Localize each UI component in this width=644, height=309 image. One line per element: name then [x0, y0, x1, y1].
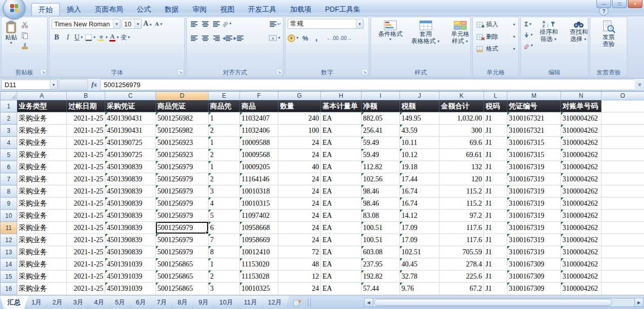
minimize-button[interactable]: — — [596, 0, 611, 8]
cell-F6[interactable]: 10009205 — [240, 161, 278, 173]
cell-N1[interactable]: 对账单号码 — [561, 100, 601, 112]
row-header-3[interactable]: 3 — [1, 125, 17, 137]
row-header-2[interactable]: 2 — [1, 112, 17, 125]
cell-K11[interactable]: 117.6 — [439, 222, 484, 234]
cell-L4[interactable]: J1 — [484, 137, 507, 149]
ribbon-tab-加载项[interactable]: 加载项 — [284, 3, 318, 15]
cell-C4[interactable]: 4501390725 — [105, 137, 156, 149]
cell-C14[interactable]: 4501391039 — [105, 258, 156, 271]
cell-G15[interactable]: 12 — [278, 271, 321, 283]
accounting-format-button[interactable]: ¥▼ — [288, 33, 299, 43]
ribbon-tab-PDF工具集[interactable]: PDF工具集 — [318, 3, 367, 15]
cell-K7[interactable]: 120 — [439, 173, 484, 185]
cell-L10[interactable]: J1 — [484, 210, 507, 222]
row-header-10[interactable]: 10 — [1, 210, 17, 222]
cell-M8[interactable]: 3100167319 — [507, 185, 561, 198]
cell-G9[interactable]: 24 — [278, 198, 321, 210]
row-header-8[interactable]: 8 — [1, 185, 17, 198]
cell-I9[interactable]: 98.46 — [361, 198, 400, 210]
cell-L3[interactable]: J1 — [484, 125, 507, 137]
italic-button[interactable]: I — [63, 32, 73, 43]
cell-J9[interactable]: 16.74 — [400, 198, 439, 210]
cell-I8[interactable]: 98.46 — [361, 185, 400, 198]
row-header-1[interactable]: 1 — [1, 100, 17, 112]
ribbon-tab-插入[interactable]: 插入 — [60, 3, 88, 15]
cell-O5[interactable] — [601, 149, 644, 161]
cell-A9[interactable]: 采购业务 — [17, 198, 67, 210]
cell-B11[interactable]: 2021-1-25 — [67, 222, 105, 234]
ribbon-tab-视图[interactable]: 视图 — [214, 3, 241, 15]
cell-I13[interactable]: 603.08 — [361, 246, 400, 258]
cell-I4[interactable]: 59.49 — [361, 137, 400, 149]
cell-M3[interactable]: 3100167321 — [507, 125, 561, 137]
shrink-font-button[interactable]: A▼ — [154, 19, 164, 29]
cell-I1[interactable]: 净额 — [361, 100, 400, 112]
cell-F8[interactable]: 10010318 — [240, 185, 278, 198]
cell-H1[interactable]: 基本计量单 — [321, 100, 361, 112]
cell-I7[interactable]: 102.56 — [361, 173, 400, 185]
cell-G1[interactable]: 数量 — [278, 100, 321, 112]
cell-L13[interactable]: J1 — [484, 246, 507, 258]
cell-O8[interactable] — [601, 185, 644, 198]
cell-M13[interactable]: 3100167319 — [507, 246, 561, 258]
cell-O3[interactable] — [601, 125, 644, 137]
cell-D10[interactable]: 5001256979 — [156, 210, 209, 222]
cell-C13[interactable]: 4501390839 — [105, 246, 156, 258]
cell-H10[interactable]: EA — [321, 210, 361, 222]
cell-L2[interactable]: J1 — [484, 112, 507, 125]
insert-worksheet-button[interactable] — [290, 296, 306, 308]
cell-F7[interactable]: 11164146 — [240, 173, 278, 185]
conditional-formatting-button[interactable]: 条件格式 ▼ — [373, 19, 408, 42]
cell-C3[interactable]: 4501390431 — [105, 125, 156, 137]
scroll-left-arrow[interactable]: ◀ — [364, 298, 373, 307]
cell-I14[interactable]: 237.95 — [361, 258, 400, 271]
cell-G12[interactable]: 24 — [278, 234, 321, 246]
cell-O15[interactable] — [601, 271, 644, 283]
increase-indent-button[interactable]: ▶ — [233, 33, 244, 43]
cell-M7[interactable]: 3100167319 — [507, 173, 561, 185]
cell-C16[interactable]: 4501391039 — [105, 283, 156, 295]
cell-D12[interactable]: 5001256979 — [156, 234, 209, 246]
number-format-combo[interactable]: 常规 ▼ — [288, 19, 364, 29]
cell-G8[interactable]: 24 — [278, 185, 321, 198]
cell-D16[interactable]: 5001256865 — [156, 283, 209, 295]
align-top-button[interactable] — [189, 19, 199, 29]
cell-N12[interactable]: 3100004262 — [561, 234, 601, 246]
cell-F9[interactable]: 10010315 — [240, 198, 278, 210]
cell-J1[interactable]: 税额 — [400, 100, 439, 112]
cell-G13[interactable]: 72 — [278, 246, 321, 258]
cell-M11[interactable]: 3100167319 — [507, 222, 561, 234]
row-header-4[interactable]: 4 — [1, 137, 17, 149]
cell-H3[interactable]: EA — [321, 125, 361, 137]
insert-cells-button[interactable]: 插入 ▼ — [475, 19, 517, 30]
cell-L12[interactable]: J1 — [484, 234, 507, 246]
cell-B9[interactable]: 2021-1-25 — [67, 198, 105, 210]
align-middle-button[interactable] — [200, 19, 210, 29]
row-header-5[interactable]: 5 — [1, 149, 17, 161]
cell-H16[interactable]: EA — [321, 283, 361, 295]
ribbon-tab-审阅[interactable]: 审阅 — [186, 3, 213, 15]
cell-K14[interactable]: 278.4 — [439, 258, 484, 271]
cell-D3[interactable]: 5001256982 — [156, 125, 209, 137]
cell-G10[interactable]: 24 — [278, 210, 321, 222]
ribbon-tab-公式[interactable]: 公式 — [130, 3, 157, 15]
cell-I12[interactable]: 100.51 — [361, 234, 400, 246]
cell-B2[interactable]: 2021-1-25 — [67, 112, 105, 125]
cell-J4[interactable]: 10.11 — [400, 137, 439, 149]
cell-M2[interactable]: 3100167321 — [507, 112, 561, 125]
fill-color-button[interactable]: ▼ — [97, 32, 108, 43]
cell-N13[interactable]: 3100004262 — [561, 246, 601, 258]
cell-F4[interactable]: 10009588 — [240, 137, 278, 149]
cell-E11[interactable]: 6 — [209, 222, 240, 234]
cell-M1[interactable]: 凭证编号 — [507, 100, 561, 112]
cell-O10[interactable] — [601, 210, 644, 222]
cell-N5[interactable]: 3100004262 — [561, 149, 601, 161]
cell-M16[interactable]: 3100167309 — [507, 283, 561, 295]
fill-button[interactable]: ▼ — [523, 30, 534, 40]
column-header-I[interactable]: I — [361, 92, 400, 100]
cell-J14[interactable]: 40.45 — [400, 258, 439, 271]
ribbon-tab-开发工具[interactable]: 开发工具 — [242, 3, 283, 15]
cell-K13[interactable]: 705.59 — [439, 246, 484, 258]
cell-I6[interactable]: 112.82 — [361, 161, 400, 173]
sheet-tab-汇总[interactable]: 汇总 — [0, 296, 28, 309]
